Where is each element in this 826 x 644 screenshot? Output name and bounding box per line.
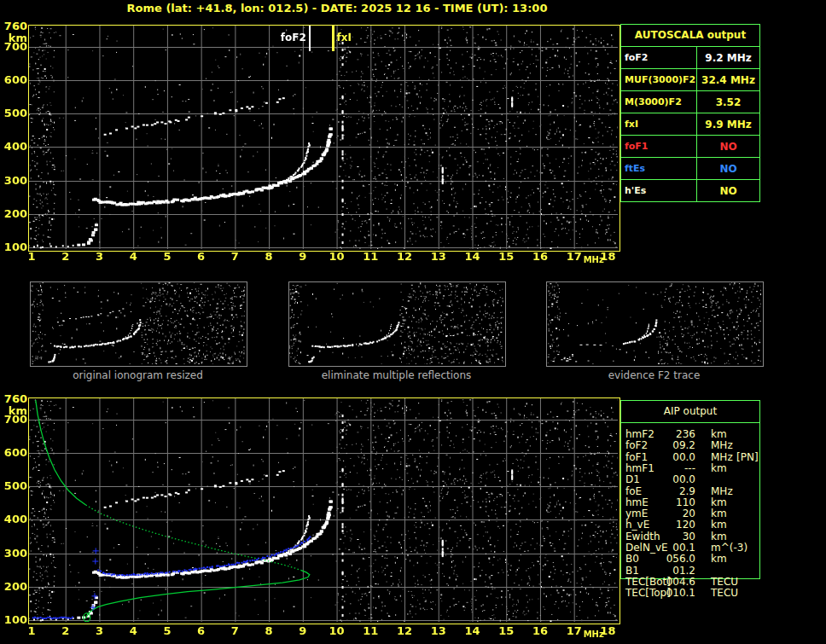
aip-row-extra: [PN] (736, 452, 759, 463)
aip-table-rows: hmF2236kmfoF209.2MHzfoF100.0MHz[PN]hmF1-… (620, 429, 767, 600)
x-axis-tick-label: 14 (459, 250, 485, 263)
x-axis-tick-label: 10 (324, 624, 350, 637)
x-axis-tick-label: 13 (426, 250, 451, 263)
thumbnail-eliminate-reflections-canvas (289, 282, 503, 364)
autoscala-row-label: foF1 (621, 136, 697, 157)
x-axis-tick-label: 12 (392, 250, 417, 263)
autoscala-row-value: NO (697, 180, 759, 201)
thumbnail-caption-evidence: evidence F2 trace (546, 369, 762, 381)
aip-row-label: h_vE (625, 519, 649, 531)
autoscala-row: fxI9.9 MHz (621, 113, 759, 135)
y-axis-tick-label: 600 (2, 447, 27, 459)
x-axis-tick-label: 3 (86, 250, 112, 263)
y-axis-tick-label: 200 (2, 208, 27, 220)
y-axis-tick-label: 700 (2, 41, 27, 53)
autoscala-row-label: ftEs (621, 158, 697, 179)
autoscala-row-value: 32.4 MHz (697, 69, 759, 90)
autoscala-row: M(3000)F23.52 (621, 90, 759, 113)
x-axis-unit-label: MHz (584, 629, 604, 639)
x-axis-tick-label: 2 (53, 624, 79, 637)
autoscala-window: Rome (lat: +41.8, lon: 012.5) - DATE: 20… (0, 0, 826, 644)
thumbnail-evidence-f2-canvas (547, 282, 761, 364)
autoscala-row: ftEsNO (621, 157, 759, 179)
thumbnail-caption-original: original ionogram resized (30, 369, 246, 381)
autoscala-row-label: h'Es (621, 180, 697, 201)
x-axis-tick-label: 13 (426, 624, 451, 637)
autoscala-row: h'EsNO (621, 179, 759, 201)
aip-row-value: 056.0 (656, 554, 695, 565)
fxi-marker-line (332, 26, 334, 51)
autoscala-row-label: M(3000)F2 (621, 91, 697, 113)
aip-row-unit: MHz (711, 440, 733, 451)
aip-row: D100.0 (620, 474, 767, 485)
aip-row-label: foF2 (625, 440, 648, 451)
aip-row-value: 09.2 (656, 440, 695, 451)
x-axis-tick-label: 9 (290, 624, 316, 637)
aip-row: B0056.0km (620, 554, 767, 565)
y-axis-tick-label: 700 (2, 414, 27, 426)
aip-row: foF209.2MHz (620, 440, 767, 451)
y-axis-tick-label: 760 (2, 393, 27, 405)
fof2-marker-line (309, 26, 311, 51)
autoscala-table-rows: foF29.2 MHzMUF(3000)F232.4 MHzM(3000)F23… (621, 47, 759, 201)
aip-row-label: D1 (625, 474, 640, 485)
x-axis-tick-label: 4 (120, 624, 146, 637)
thumbnail-original-ionogram-canvas (31, 282, 245, 364)
x-axis-tick-label: 1 (19, 250, 44, 263)
aip-row-unit: TECU (711, 588, 738, 599)
aip-row-unit: km (711, 554, 727, 565)
x-axis-tick-label: 8 (256, 250, 282, 263)
autoscala-row-label: fxI (621, 113, 697, 135)
y-axis-tick-label: 400 (2, 141, 27, 153)
y-axis-tick-label: 600 (2, 74, 27, 86)
y-axis-tick-label: 760 (2, 20, 27, 32)
autoscala-row: foF29.2 MHz (621, 47, 759, 68)
x-axis-tick-label: 6 (189, 624, 214, 637)
fxi-marker-label: fxI (337, 32, 352, 44)
autoscala-row-value: NO (697, 136, 759, 157)
x-axis-tick-label: 6 (189, 250, 214, 263)
fof2-marker-label: foF2 (274, 32, 306, 44)
aip-row-unit: km (711, 463, 727, 474)
aip-row-label: B0 (625, 554, 639, 565)
aip-row-value: 120 (656, 519, 695, 531)
top-ionogram-frame (28, 25, 620, 252)
x-axis-unit-label: MHz (584, 255, 604, 264)
x-axis-tick-label: 12 (392, 624, 417, 637)
autoscala-row-value: NO (697, 158, 759, 179)
aip-table-header: AIP output (621, 401, 759, 423)
bottom-profile-frame (28, 397, 620, 624)
x-axis-tick-label: 2 (53, 250, 79, 263)
x-axis-tick-label: 11 (358, 250, 383, 263)
autoscala-row-label: foF2 (621, 47, 697, 68)
x-axis-tick-label: 16 (527, 624, 553, 637)
x-axis-tick-label: 15 (493, 624, 519, 637)
aip-row: TEC[Top]010.1TECU (620, 588, 767, 599)
autoscala-row-label: MUF(3000)F2 (621, 69, 697, 90)
aip-row-unit: km (711, 519, 727, 531)
autoscala-row-value: 9.9 MHz (697, 113, 759, 135)
aip-row-value: 00.0 (656, 474, 695, 485)
x-axis-tick-label: 7 (222, 624, 247, 637)
y-axis-tick-label: 500 (2, 480, 27, 492)
autoscala-row-value: 3.52 (697, 91, 759, 113)
x-axis-tick-label: 5 (154, 250, 180, 263)
x-axis-tick-label: 16 (527, 250, 553, 263)
autoscala-row: MUF(3000)F232.4 MHz (621, 68, 759, 90)
x-axis-tick-label: 10 (324, 250, 350, 263)
y-axis-tick-label: 400 (2, 513, 27, 525)
y-axis-tick-label: 300 (2, 175, 27, 187)
x-axis-tick-label: 5 (154, 624, 180, 637)
thumbnail-caption-eliminate: eliminate multiple reflections (288, 369, 504, 381)
y-axis-tick-label: 500 (2, 107, 27, 119)
x-axis-tick-label: 11 (358, 624, 383, 637)
x-axis-tick-label: 1 (19, 624, 44, 637)
aip-row-value: 010.1 (656, 588, 695, 599)
autoscala-row-value: 9.2 MHz (697, 47, 759, 68)
x-axis-tick-label: 8 (256, 624, 282, 637)
y-axis-tick-label: 300 (2, 548, 27, 560)
autoscala-table-header: AUTOSCALA output (621, 25, 759, 47)
autoscala-row: foF1NO (621, 135, 759, 157)
autoscala-table: AUTOSCALA output foF29.2 MHzMUF(3000)F23… (620, 24, 760, 202)
x-axis-tick-label: 4 (120, 250, 146, 263)
